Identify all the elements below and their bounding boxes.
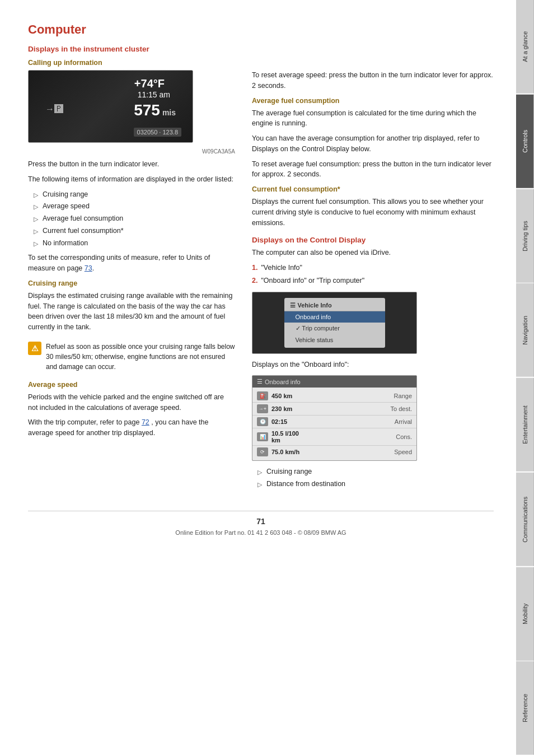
footer-text: Online Edition for Part no. 01 41 2 603 … xyxy=(28,529,494,536)
current-fuel-desc: Displays the current fuel consumption. T… xyxy=(252,197,494,228)
avg-speed-page-ref[interactable]: 72 xyxy=(142,418,149,426)
tab-at-a-glance[interactable]: At a glance xyxy=(516,0,534,94)
units-note: To set the corresponding units of measur… xyxy=(28,253,235,274)
ob-value-range: 450 km xyxy=(271,393,302,399)
main-content: Computer Displays in the instrument clus… xyxy=(0,0,516,756)
info-bullet-list: Cruising range Average speed Average fue… xyxy=(34,189,235,249)
onboard-display-heading: Displays on the "Onboard info": xyxy=(252,360,494,370)
control-display-intro: The computer can also be opened via iDri… xyxy=(252,248,494,258)
side-tabs: At a glance Controls Driving tips Naviga… xyxy=(516,0,534,756)
bullet-average-speed: Average speed xyxy=(34,201,235,212)
instrument-cluster-image: +74°F 11:15 am →🅿 575 mis 032050 · 123.8 xyxy=(28,70,193,143)
bullet-cruising-range: Cruising range xyxy=(34,189,235,200)
ob-value-dest: 230 km xyxy=(271,405,302,412)
press-instruction: Press the button in the turn indicator l… xyxy=(28,159,235,170)
tab-driving-tips[interactable]: Driving tips xyxy=(516,189,534,283)
subheading-calling-up: Calling up information xyxy=(28,59,494,67)
subheading-average-speed: Average speed xyxy=(28,381,235,389)
ob-label-consumption: Cons. xyxy=(306,433,412,440)
subheading-avg-fuel: Average fuel consumption xyxy=(252,97,494,105)
step-1: 1. "Vehicle Info" xyxy=(252,263,494,273)
ob-title-text: Onboard info xyxy=(265,379,301,385)
tab-mobility[interactable]: Mobility xyxy=(516,567,534,661)
ob-rows-container: ⛽ 450 km Range →+ 230 km To dest. 🕐 02:1… xyxy=(252,388,416,460)
units-page-ref[interactable]: 73 xyxy=(85,264,92,272)
page-title: Computer xyxy=(28,22,494,37)
ob-label-dest: To dest. xyxy=(306,405,412,412)
cluster-bottom-bar: 032050 · 123.8 xyxy=(134,128,181,137)
ob-row-speed: ⟳ 75.0 km/h Speed xyxy=(252,446,416,458)
warning-icon: ⚠ xyxy=(28,342,41,355)
avg-speed-desc2: With the trip computer, refer to page 72… xyxy=(28,417,235,438)
ob-value-speed: 75.0 km/h xyxy=(271,449,302,455)
cluster-range-value: 575 xyxy=(134,101,160,119)
ob-row-arrival: 🕐 02:15 Arrival xyxy=(252,416,416,428)
cd-menu-item-trip: Trip computer xyxy=(284,323,385,334)
ob-value-arrival: 02:15 xyxy=(271,418,302,425)
page-number: 71 xyxy=(28,517,494,526)
tab-navigation[interactable]: Navigation xyxy=(516,283,534,377)
cluster-inner: +74°F 11:15 am →🅿 575 mis 032050 · 123.8 xyxy=(29,71,193,142)
control-display-screenshot: ☰ Vehicle Info Onboard info Trip compute… xyxy=(252,292,417,354)
cruising-range-desc: Displays the estimated cruising range av… xyxy=(28,291,235,333)
following-items-text: The following items of information are d… xyxy=(28,174,235,185)
ob-icon-gauge: 📊 xyxy=(257,432,268,441)
image-caption: W09CA3A5A xyxy=(28,148,235,155)
page-footer: 71 Online Edition for Part no. 01 41 2 6… xyxy=(28,511,494,536)
subheading-cruising-range: Cruising range xyxy=(28,279,235,287)
cd-menu-title: ☰ Vehicle Info xyxy=(284,300,385,311)
tab-reference[interactable]: Reference xyxy=(516,661,534,755)
ob-row-range: ⛽ 450 km Range xyxy=(252,390,416,403)
numbered-steps: 1. "Vehicle Info" 2. "Onboard info" or "… xyxy=(252,263,494,286)
avg-speed-reset-note: To reset average speed: press the button… xyxy=(252,70,494,91)
cd-menu-item-onboard: Onboard info xyxy=(284,311,385,323)
ob-icon-fuel: ⛽ xyxy=(257,391,268,400)
bullet-no-info: No information xyxy=(34,238,235,249)
ob-title-bar: ☰ Onboard info xyxy=(252,376,416,388)
section-heading-control-display: Displays on the Control Display xyxy=(252,236,494,244)
bullet-avg-fuel: Average fuel consumption xyxy=(34,213,235,224)
tab-entertainment[interactable]: Entertainment xyxy=(516,378,534,472)
step-2: 2. "Onboard info" or "Trip computer" xyxy=(252,276,494,286)
avg-fuel-desc2: You can have the average consumption for… xyxy=(252,133,494,155)
warning-box: ⚠ Refuel as soon as possible once your c… xyxy=(28,338,235,375)
cd-bullet-distance: Distance from destination xyxy=(257,479,494,489)
avg-fuel-reset: To reset average fuel consumption: press… xyxy=(252,159,494,180)
ob-value-consumption: 10.5 l/100 km xyxy=(271,430,302,444)
two-column-layout: +74°F 11:15 am →🅿 575 mis 032050 · 123.8… xyxy=(28,70,494,494)
right-column: To reset average speed: press the button… xyxy=(252,70,494,494)
ob-row-dest: →+ 230 km To dest. xyxy=(252,403,416,416)
bullet-current-fuel: Current fuel consumption* xyxy=(34,226,235,236)
avg-fuel-desc1: The average fuel consumption is calculat… xyxy=(252,108,494,129)
ob-label-range: Range xyxy=(306,393,412,399)
tab-controls[interactable]: Controls xyxy=(516,95,534,188)
tab-communications[interactable]: Communications xyxy=(516,473,534,566)
cluster-range-unit: mis xyxy=(162,108,176,117)
ob-label-speed: Speed xyxy=(306,449,412,455)
cd-title-icon: ☰ xyxy=(290,302,296,309)
ob-row-consumption: 📊 10.5 l/100 km Cons. xyxy=(252,428,416,446)
cluster-nav-arrow: →🅿 xyxy=(45,104,63,114)
ob-icon-dest: →+ xyxy=(257,404,268,413)
cluster-range-display: 575 mis xyxy=(134,101,176,119)
avg-speed-desc1: Periods with the vehicle parked and the … xyxy=(28,392,235,413)
ob-title-icon: ☰ xyxy=(257,378,263,385)
cd-bullet-cruising: Cruising range xyxy=(257,466,494,477)
cd-menu: ☰ Vehicle Info Onboard info Trip compute… xyxy=(284,298,385,348)
cd-menu-item-vehicle-status: Vehicle status xyxy=(284,334,385,346)
onboard-info-screenshot: ☰ Onboard info ⛽ 450 km Range →+ 230 km … xyxy=(252,375,417,461)
cd-bullet-list: Cruising range Distance from destination xyxy=(257,466,494,489)
ob-icon-speed: ⟳ xyxy=(257,447,268,456)
cluster-temp: +74°F xyxy=(134,77,165,90)
subheading-current-fuel: Current fuel consumption* xyxy=(252,185,494,193)
warning-text: Refuel as soon as possible once your cru… xyxy=(46,342,235,372)
ob-label-arrival: Arrival xyxy=(306,418,412,425)
ob-icon-clock: 🕐 xyxy=(257,417,268,426)
left-column: +74°F 11:15 am →🅿 575 mis 032050 · 123.8… xyxy=(28,70,235,494)
cluster-time: 11:15 am xyxy=(138,90,170,99)
section-heading-instrument: Displays in the instrument cluster xyxy=(28,45,494,53)
